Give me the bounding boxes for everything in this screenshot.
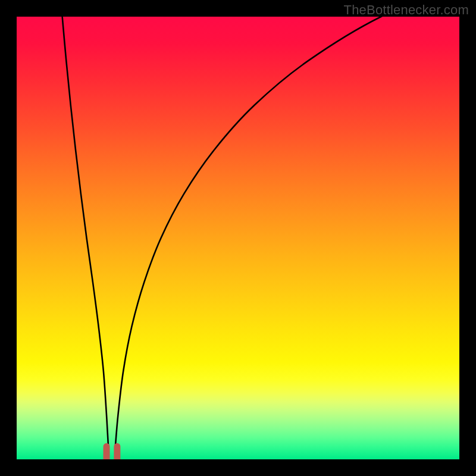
watermark-text: TheBottlenecker.com [344, 2, 469, 18]
chart-frame: TheBottlenecker.com [0, 0, 476, 476]
curve-right-branch [115, 17, 459, 446]
marker-group [107, 446, 117, 459]
bottleneck-curve [17, 17, 459, 459]
optimal-marker [107, 446, 117, 459]
plot-area [17, 17, 459, 459]
curve-left-branch [62, 17, 108, 446]
curve-group [62, 17, 459, 446]
